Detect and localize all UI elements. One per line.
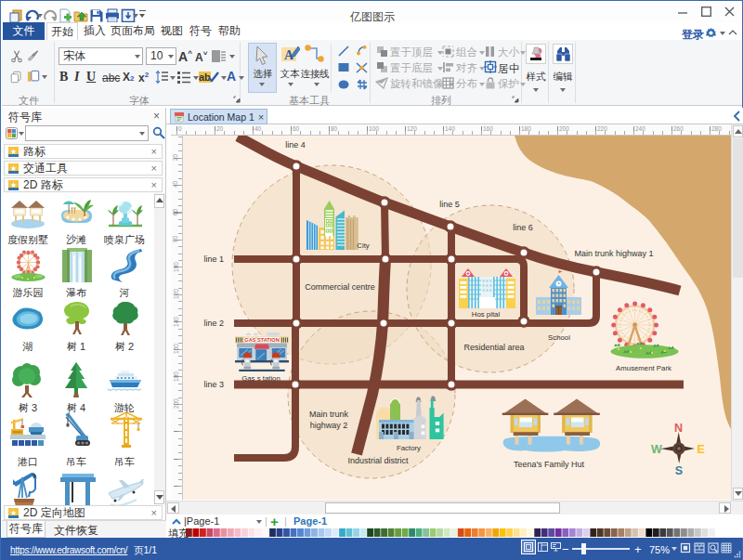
svg-text:★: ★ [10, 181, 17, 189]
svg-text:Hos pital: Hos pital [472, 310, 501, 319]
svg-text:Teena's Family Hut: Teena's Family Hut [514, 460, 585, 469]
svg-text:line 2: line 2 [203, 319, 224, 328]
svg-text:★: ★ [10, 164, 17, 173]
svg-text:S: S [675, 464, 683, 477]
svg-text:Commercial centre: Commercial centre [305, 282, 375, 292]
svg-text:Factory: Factory [397, 444, 421, 452]
svg-text:N: N [674, 422, 683, 435]
svg-text:highway 2: highway 2 [310, 421, 348, 430]
svg-text:City: City [357, 241, 370, 250]
svg-text:line 1: line 1 [203, 254, 224, 264]
svg-text:line 5: line 5 [439, 200, 460, 209]
svg-text:★: ★ [10, 148, 17, 156]
svg-text:Amusement Park: Amusement Park [616, 364, 671, 372]
svg-text:School: School [548, 333, 570, 342]
svg-text:Industrial district: Industrial district [347, 456, 409, 465]
svg-text:line 6: line 6 [513, 223, 533, 232]
svg-text:W: W [651, 443, 662, 456]
svg-text:line 3: line 3 [203, 380, 224, 389]
svg-text:line 4: line 4 [285, 140, 306, 150]
svg-text:E: E [697, 443, 705, 456]
svg-text:Gas s tation: Gas s tation [241, 374, 280, 383]
svg-text:GAS STATION: GAS STATION [244, 337, 279, 343]
svg-text:Main trunk highway 1: Main trunk highway 1 [574, 249, 653, 258]
svg-text:Residential area: Residential area [463, 343, 524, 352]
svg-text:★: ★ [10, 509, 17, 517]
svg-text:Main trunk: Main trunk [309, 410, 349, 419]
